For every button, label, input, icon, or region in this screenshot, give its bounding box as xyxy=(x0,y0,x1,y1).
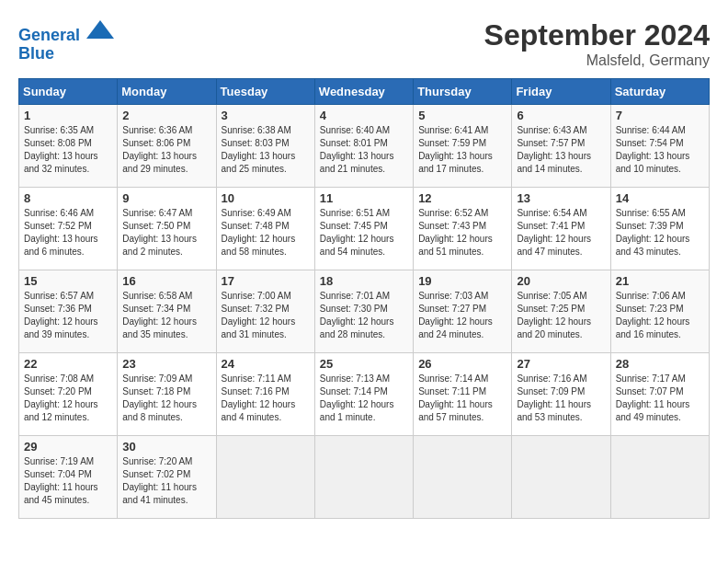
table-row: 20Sunrise: 7:05 AM Sunset: 7:25 PM Dayli… xyxy=(512,270,610,353)
day-info: Sunrise: 6:47 AM Sunset: 7:50 PM Dayligh… xyxy=(122,207,210,259)
logo-general: General xyxy=(18,26,80,44)
day-info: Sunrise: 6:43 AM Sunset: 7:57 PM Dayligh… xyxy=(517,124,605,176)
day-info: Sunrise: 6:54 AM Sunset: 7:41 PM Dayligh… xyxy=(517,207,605,259)
day-number: 17 xyxy=(222,274,310,288)
day-number: 6 xyxy=(517,109,605,122)
table-row: 22Sunrise: 7:08 AM Sunset: 7:20 PM Dayli… xyxy=(19,353,118,436)
calendar-week-4: 22Sunrise: 7:08 AM Sunset: 7:20 PM Dayli… xyxy=(19,353,710,436)
day-info: Sunrise: 6:52 AM Sunset: 7:43 PM Dayligh… xyxy=(418,207,506,259)
table-row: 7Sunrise: 6:44 AM Sunset: 7:54 PM Daylig… xyxy=(610,105,709,188)
table-row: 3Sunrise: 6:38 AM Sunset: 8:03 PM Daylig… xyxy=(216,105,314,188)
table-row: 18Sunrise: 7:01 AM Sunset: 7:30 PM Dayli… xyxy=(314,270,413,353)
day-info: Sunrise: 7:08 AM Sunset: 7:20 PM Dayligh… xyxy=(24,373,112,424)
table-row: 24Sunrise: 7:11 AM Sunset: 7:16 PM Dayli… xyxy=(216,353,314,436)
day-number: 10 xyxy=(222,191,310,205)
calendar-week-5: 29Sunrise: 7:19 AM Sunset: 7:04 PM Dayli… xyxy=(19,436,710,519)
table-row: 25Sunrise: 7:13 AM Sunset: 7:14 PM Dayli… xyxy=(314,353,413,436)
col-friday: Friday xyxy=(512,79,610,105)
calendar-subtitle: Malsfeld, Germany xyxy=(484,52,710,69)
col-saturday: Saturday xyxy=(610,79,709,105)
day-info: Sunrise: 6:49 AM Sunset: 7:48 PM Dayligh… xyxy=(222,207,310,259)
table-row: 23Sunrise: 7:09 AM Sunset: 7:18 PM Dayli… xyxy=(118,353,216,436)
table-row: 6Sunrise: 6:43 AM Sunset: 7:57 PM Daylig… xyxy=(512,105,610,188)
table-row xyxy=(314,436,413,519)
day-info: Sunrise: 6:51 AM Sunset: 7:45 PM Dayligh… xyxy=(320,207,408,259)
day-info: Sunrise: 6:38 AM Sunset: 8:03 PM Dayligh… xyxy=(222,124,310,176)
logo-icon xyxy=(86,18,114,40)
day-number: 1 xyxy=(24,109,112,122)
day-info: Sunrise: 6:40 AM Sunset: 8:01 PM Dayligh… xyxy=(320,124,408,176)
col-wednesday: Wednesday xyxy=(314,79,413,105)
day-number: 8 xyxy=(24,191,112,205)
table-row: 11Sunrise: 6:51 AM Sunset: 7:45 PM Dayli… xyxy=(314,188,413,270)
day-number: 28 xyxy=(616,357,704,371)
header-row: Sunday Monday Tuesday Wednesday Thursday… xyxy=(19,79,710,105)
table-row: 9Sunrise: 6:47 AM Sunset: 7:50 PM Daylig… xyxy=(118,188,216,270)
day-info: Sunrise: 6:44 AM Sunset: 7:54 PM Dayligh… xyxy=(616,124,704,176)
day-info: Sunrise: 6:35 AM Sunset: 8:08 PM Dayligh… xyxy=(24,124,112,176)
day-number: 12 xyxy=(418,191,506,205)
table-row: 16Sunrise: 6:58 AM Sunset: 7:34 PM Dayli… xyxy=(118,270,216,353)
day-number: 5 xyxy=(418,109,506,122)
day-number: 30 xyxy=(122,440,210,454)
day-info: Sunrise: 7:17 AM Sunset: 7:07 PM Dayligh… xyxy=(616,373,704,424)
day-number: 26 xyxy=(418,357,506,371)
day-number: 9 xyxy=(122,191,210,205)
table-row: 30Sunrise: 7:20 AM Sunset: 7:02 PM Dayli… xyxy=(118,436,216,519)
table-row: 13Sunrise: 6:54 AM Sunset: 7:41 PM Dayli… xyxy=(512,188,610,270)
day-info: Sunrise: 7:03 AM Sunset: 7:27 PM Dayligh… xyxy=(418,290,506,341)
day-info: Sunrise: 6:36 AM Sunset: 8:06 PM Dayligh… xyxy=(122,124,210,176)
day-number: 21 xyxy=(616,274,704,288)
day-number: 7 xyxy=(616,109,704,122)
day-number: 4 xyxy=(320,109,408,122)
col-monday: Monday xyxy=(118,79,216,105)
calendar-week-1: 1Sunrise: 6:35 AM Sunset: 8:08 PM Daylig… xyxy=(19,105,710,188)
day-number: 20 xyxy=(517,274,605,288)
col-tuesday: Tuesday xyxy=(216,79,314,105)
table-row xyxy=(216,436,314,519)
calendar-table: Sunday Monday Tuesday Wednesday Thursday… xyxy=(18,78,710,519)
day-number: 14 xyxy=(616,191,704,205)
day-number: 13 xyxy=(517,191,605,205)
col-sunday: Sunday xyxy=(19,79,118,105)
day-number: 3 xyxy=(222,109,310,122)
day-number: 25 xyxy=(320,357,408,371)
table-row: 26Sunrise: 7:14 AM Sunset: 7:11 PM Dayli… xyxy=(414,353,512,436)
table-row: 12Sunrise: 6:52 AM Sunset: 7:43 PM Dayli… xyxy=(414,188,512,270)
table-row: 27Sunrise: 7:16 AM Sunset: 7:09 PM Dayli… xyxy=(512,353,610,436)
day-info: Sunrise: 7:20 AM Sunset: 7:02 PM Dayligh… xyxy=(122,455,210,507)
day-number: 2 xyxy=(122,109,210,122)
table-row: 4Sunrise: 6:40 AM Sunset: 8:01 PM Daylig… xyxy=(314,105,413,188)
table-row: 19Sunrise: 7:03 AM Sunset: 7:27 PM Dayli… xyxy=(414,270,512,353)
day-info: Sunrise: 7:19 AM Sunset: 7:04 PM Dayligh… xyxy=(24,455,112,507)
day-number: 16 xyxy=(122,274,210,288)
day-info: Sunrise: 7:16 AM Sunset: 7:09 PM Dayligh… xyxy=(517,373,605,424)
day-info: Sunrise: 7:00 AM Sunset: 7:32 PM Dayligh… xyxy=(222,290,310,341)
table-row xyxy=(610,436,709,519)
title-block: September 2024 Malsfeld, Germany xyxy=(484,18,710,69)
day-number: 18 xyxy=(320,274,408,288)
day-number: 22 xyxy=(24,357,112,371)
day-info: Sunrise: 6:57 AM Sunset: 7:36 PM Dayligh… xyxy=(24,290,112,341)
table-row: 28Sunrise: 7:17 AM Sunset: 7:07 PM Dayli… xyxy=(610,353,709,436)
day-info: Sunrise: 6:46 AM Sunset: 7:52 PM Dayligh… xyxy=(24,207,112,259)
day-number: 23 xyxy=(122,357,210,371)
day-number: 27 xyxy=(517,357,605,371)
logo-text: General xyxy=(18,18,114,45)
day-info: Sunrise: 7:05 AM Sunset: 7:25 PM Dayligh… xyxy=(517,290,605,341)
day-info: Sunrise: 7:14 AM Sunset: 7:11 PM Dayligh… xyxy=(418,373,506,424)
calendar-week-3: 15Sunrise: 6:57 AM Sunset: 7:36 PM Dayli… xyxy=(19,270,710,353)
table-row: 29Sunrise: 7:19 AM Sunset: 7:04 PM Dayli… xyxy=(19,436,118,519)
table-row: 8Sunrise: 6:46 AM Sunset: 7:52 PM Daylig… xyxy=(19,188,118,270)
table-row: 1Sunrise: 6:35 AM Sunset: 8:08 PM Daylig… xyxy=(19,105,118,188)
day-info: Sunrise: 7:11 AM Sunset: 7:16 PM Dayligh… xyxy=(222,373,310,424)
day-number: 29 xyxy=(24,440,112,454)
table-row: 15Sunrise: 6:57 AM Sunset: 7:36 PM Dayli… xyxy=(19,270,118,353)
col-thursday: Thursday xyxy=(414,79,512,105)
day-info: Sunrise: 7:06 AM Sunset: 7:23 PM Dayligh… xyxy=(616,290,704,341)
table-row: 5Sunrise: 6:41 AM Sunset: 7:59 PM Daylig… xyxy=(414,105,512,188)
table-row: 2Sunrise: 6:36 AM Sunset: 8:06 PM Daylig… xyxy=(118,105,216,188)
day-info: Sunrise: 7:01 AM Sunset: 7:30 PM Dayligh… xyxy=(320,290,408,341)
day-info: Sunrise: 6:58 AM Sunset: 7:34 PM Dayligh… xyxy=(122,290,210,341)
day-info: Sunrise: 7:09 AM Sunset: 7:18 PM Dayligh… xyxy=(122,373,210,424)
